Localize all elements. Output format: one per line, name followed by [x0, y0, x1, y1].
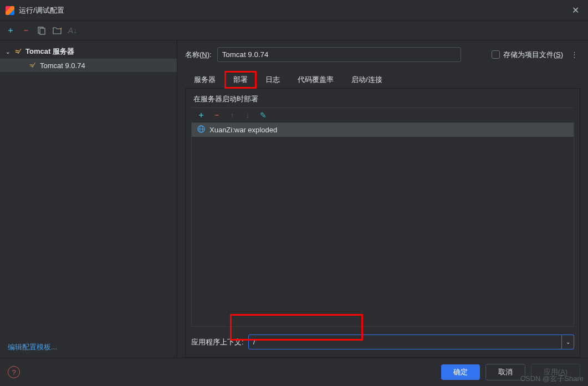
- artifact-item[interactable]: XuanZi:war exploded: [192, 123, 574, 137]
- ok-button[interactable]: 确定: [441, 364, 480, 380]
- close-icon[interactable]: ✕: [569, 4, 582, 17]
- svg-rect-1: [40, 28, 45, 34]
- edit-artifact-icon[interactable]: ✎: [259, 111, 268, 120]
- remove-config-icon[interactable]: －: [21, 25, 31, 35]
- dialog-button-bar: ? 确定 取消 应用(A): [0, 358, 588, 386]
- tree-node-tomcat-server[interactable]: ⌄ ≈⁄ Tomcat 服务器: [0, 44, 177, 59]
- move-up-icon[interactable]: ↑: [228, 111, 237, 120]
- deploy-toolbar: ＋ － ↑ ↓ ✎: [191, 107, 574, 123]
- add-artifact-icon[interactable]: ＋: [197, 110, 206, 120]
- name-label: 名称(N):: [185, 50, 212, 60]
- svg-text:+: +: [60, 27, 62, 31]
- artifact-label: XuanZi:war exploded: [209, 126, 277, 134]
- title-bar: 运行/调试配置 ✕: [0, 0, 588, 21]
- context-path-label: 应用程序上下文:: [191, 337, 244, 347]
- move-down-icon[interactable]: ↓: [243, 111, 252, 120]
- folder-icon[interactable]: +: [52, 25, 62, 35]
- artifact-list[interactable]: XuanZi:war exploded: [191, 123, 574, 327]
- apply-button: 应用(A): [531, 364, 580, 380]
- chevron-down-icon: ⌄: [6, 49, 10, 55]
- remove-artifact-icon[interactable]: －: [212, 110, 221, 120]
- deploy-at-startup-label: 在服务器启动时部署: [186, 89, 580, 107]
- tab-startup[interactable]: 启动/连接: [342, 71, 391, 89]
- tab-deployment[interactable]: 部署: [224, 71, 257, 89]
- sort-icon[interactable]: A↓: [68, 25, 78, 35]
- tree-node-label: Tomcat 服务器: [25, 47, 74, 56]
- config-name-input[interactable]: [217, 47, 461, 62]
- store-as-project-file[interactable]: 存储为项目文件(S): [492, 50, 563, 60]
- deployment-panel: 在服务器启动时部署 ＋ － ↑ ↓ ✎ XuanZi:war exploded: [185, 88, 580, 358]
- app-icon: [6, 6, 14, 15]
- add-config-icon[interactable]: ＋: [6, 25, 16, 35]
- edit-templates-link[interactable]: 编辑配置模板...: [0, 337, 177, 358]
- tab-logs[interactable]: 日志: [257, 71, 289, 89]
- dialog-title: 运行/调试配置: [19, 6, 569, 16]
- context-dropdown-icon[interactable]: ⌄: [562, 334, 574, 349]
- tree-node-label: Tomcat 9.0.74: [40, 61, 85, 70]
- store-label: 存储为项目文件(S): [503, 50, 563, 60]
- context-path-input[interactable]: [248, 334, 562, 349]
- main-panel: 名称(N): 存储为项目文件(S) ⋮ 服务器 部署 日志 代码覆盖率 启动/连…: [177, 40, 588, 358]
- config-tabs: 服务器 部署 日志 代码覆盖率 启动/连接: [185, 71, 580, 89]
- tomcat-icon: ≈⁄: [28, 61, 37, 70]
- tomcat-icon: ≈⁄: [13, 47, 22, 56]
- checkbox-icon[interactable]: [492, 50, 500, 59]
- help-icon[interactable]: ?: [8, 366, 20, 378]
- config-tree: ⌄ ≈⁄ Tomcat 服务器 ≈⁄ Tomcat 9.0.74: [0, 42, 177, 337]
- more-options-icon[interactable]: ⋮: [569, 50, 580, 59]
- config-sidebar: ⌄ ≈⁄ Tomcat 服务器 ≈⁄ Tomcat 9.0.74 编辑配置模板.…: [0, 40, 177, 358]
- tab-server[interactable]: 服务器: [185, 71, 224, 89]
- config-toolbar: ＋ － + A↓: [0, 21, 588, 40]
- tree-node-tomcat-9[interactable]: ≈⁄ Tomcat 9.0.74: [0, 59, 177, 72]
- copy-config-icon[interactable]: [37, 25, 47, 35]
- tab-coverage[interactable]: 代码覆盖率: [289, 71, 342, 89]
- cancel-button[interactable]: 取消: [485, 364, 525, 380]
- globe-icon: [197, 125, 205, 135]
